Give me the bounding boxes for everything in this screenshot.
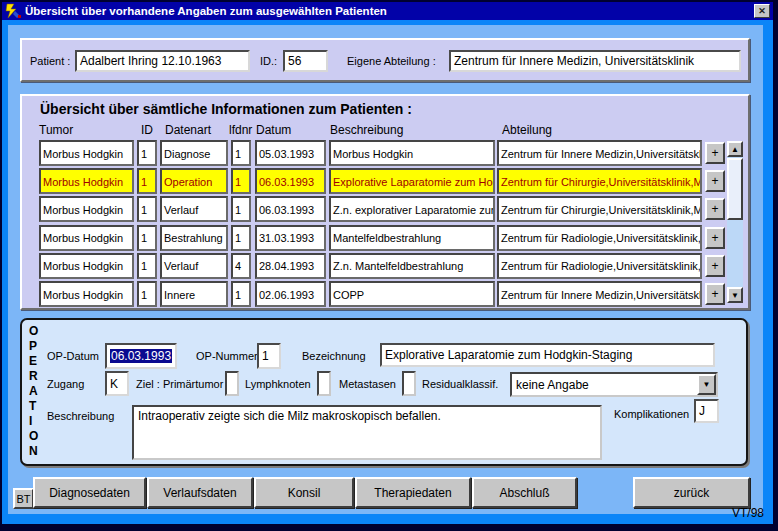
version-label: VT/98 bbox=[732, 506, 764, 520]
cell-lfdnr[interactable]: 1 bbox=[231, 140, 251, 166]
cell-datenart[interactable]: Verlauf bbox=[160, 196, 228, 222]
cell-datenart[interactable]: Bestrahlung bbox=[160, 225, 228, 251]
cell-abteilung[interactable]: Zentrum für Chirurgie,Universitätsklinik… bbox=[497, 196, 702, 222]
cell-id[interactable]: 1 bbox=[137, 281, 157, 307]
residual-label: Residualklassif. bbox=[422, 378, 498, 390]
dropdown-arrow-icon[interactable]: ▼ bbox=[697, 374, 716, 395]
lymphknoten-checkbox[interactable] bbox=[317, 371, 331, 396]
cell-beschreibung[interactable]: COPP bbox=[329, 281, 495, 307]
komplikationen-label: Komplikationen bbox=[614, 408, 689, 420]
table-row[interactable]: Morbus Hodgkin1Verlauf106.03.1993Z.n. ex… bbox=[22, 196, 748, 222]
cell-tumor[interactable]: Morbus Hodgkin bbox=[39, 196, 134, 222]
cell-abteilung[interactable]: Zentrum für Innere Medizin,Universitätsk… bbox=[497, 281, 702, 307]
column-header-datum: Datum bbox=[256, 123, 291, 137]
cell-abteilung[interactable]: Zentrum für Chirurgie,Universitätsklinik… bbox=[497, 168, 702, 194]
op-nummer-input[interactable]: 1 bbox=[257, 343, 281, 369]
komplikationen-input[interactable]: J bbox=[694, 399, 719, 423]
close-button[interactable]: ✕ bbox=[754, 4, 770, 18]
bt-button[interactable]: BT bbox=[13, 488, 34, 509]
primaertumor-checkbox[interactable] bbox=[225, 371, 239, 396]
nav-button-verlaufsdaten[interactable]: Verlaufsdaten bbox=[147, 477, 253, 508]
cell-tumor[interactable]: Morbus Hodgkin bbox=[39, 253, 134, 279]
bezeichnung-input[interactable]: Explorative Laparatomie zum Hodgkin-Stag… bbox=[380, 343, 715, 367]
metastasen-checkbox[interactable] bbox=[402, 371, 416, 396]
cell-beschreibung[interactable]: Explorative Laparatomie zum Hodgkin-Stag… bbox=[329, 168, 495, 194]
table-row[interactable]: Morbus Hodgkin1Verlauf428.04.1993Z.n. Ma… bbox=[22, 253, 748, 279]
table-row[interactable]: Morbus Hodgkin1Diagnose105.03.1993Morbus… bbox=[22, 140, 748, 166]
cell-id[interactable]: 1 bbox=[137, 225, 157, 251]
cell-abteilung[interactable]: Zentrum für Radiologie,Universitätsklini… bbox=[497, 225, 702, 251]
patient-input[interactable]: Adalbert Ihring 12.10.1963 bbox=[75, 50, 250, 72]
cell-beschreibung[interactable]: Morbus Hodgkin bbox=[329, 140, 495, 166]
operation-section-label: OPERATION bbox=[29, 324, 38, 459]
cell-lfdnr[interactable]: 1 bbox=[231, 281, 251, 307]
scroll-down-icon[interactable]: ▼ bbox=[727, 287, 743, 303]
expand-row-button[interactable]: + bbox=[705, 198, 725, 220]
patient-label: Patient : bbox=[30, 55, 70, 67]
op-datum-input[interactable]: 06.03.1993 bbox=[105, 343, 177, 369]
residual-select[interactable]: keine Angabe ▼ bbox=[510, 372, 718, 397]
expand-row-button[interactable]: + bbox=[705, 142, 725, 164]
cell-lfdnr[interactable]: 1 bbox=[231, 168, 251, 194]
cell-datenart[interactable]: Verlauf bbox=[160, 253, 228, 279]
cell-beschreibung[interactable]: Z.n. explorativer Laparatomie zum Hodgki… bbox=[329, 196, 495, 222]
nav-button-abschluß[interactable]: Abschluß bbox=[472, 477, 577, 508]
column-header-datenart: Datenart bbox=[165, 123, 211, 137]
cell-tumor[interactable]: Morbus Hodgkin bbox=[39, 140, 134, 166]
dept-label: Eigene Abteilung : bbox=[347, 55, 436, 67]
bezeichnung-label: Bezeichnung bbox=[302, 350, 366, 362]
cell-beschreibung[interactable]: Mantelfeldbestrahlung bbox=[329, 225, 495, 251]
cell-datum[interactable]: 31.03.1993 bbox=[255, 225, 326, 251]
nav-button-konsil[interactable]: Konsil bbox=[254, 477, 354, 508]
cell-datum[interactable]: 02.06.1993 bbox=[255, 281, 326, 307]
cell-datum[interactable]: 06.03.1993 bbox=[255, 168, 326, 194]
lymphknoten-label: Lymphknoten bbox=[245, 378, 311, 390]
expand-row-button[interactable]: + bbox=[705, 283, 725, 305]
cell-abteilung[interactable]: Zentrum für Innere Medizin,Universitätsk… bbox=[497, 140, 702, 166]
table-row[interactable]: Morbus Hodgkin1Operation106.03.1993Explo… bbox=[22, 168, 748, 194]
expand-row-button[interactable]: + bbox=[705, 227, 725, 249]
cell-id[interactable]: 1 bbox=[137, 196, 157, 222]
patient-info-panel: Patient : Adalbert Ihring 12.10.1963 ID.… bbox=[20, 38, 750, 82]
cell-datum[interactable]: 28.04.1993 bbox=[255, 253, 326, 279]
cell-tumor[interactable]: Morbus Hodgkin bbox=[39, 225, 134, 251]
scroll-thumb[interactable] bbox=[727, 158, 743, 220]
table-scrollbar[interactable]: ▲ ▼ bbox=[727, 141, 743, 303]
operation-panel: OPERATION OP-Datum 06.03.1993 OP-Nummer … bbox=[20, 318, 748, 466]
cell-abteilung[interactable]: Zentrum für Radiologie,Universitätsklini… bbox=[497, 253, 702, 279]
nav-button-therapiedaten[interactable]: Therapiedaten bbox=[355, 477, 471, 508]
cell-lfdnr[interactable]: 4 bbox=[231, 253, 251, 279]
table-row[interactable]: Morbus Hodgkin1Bestrahlung131.03.1993Man… bbox=[22, 225, 748, 251]
cell-id[interactable]: 1 bbox=[137, 168, 157, 194]
cell-id[interactable]: 1 bbox=[137, 140, 157, 166]
beschreibung-label: Beschreibung bbox=[47, 410, 114, 422]
cell-datenart[interactable]: Innere bbox=[160, 281, 228, 307]
patient-id-input[interactable]: 56 bbox=[283, 50, 328, 72]
cell-datenart[interactable]: Diagnose bbox=[160, 140, 228, 166]
table-row[interactable]: Morbus Hodgkin1Innere102.06.1993COPPZent… bbox=[22, 281, 748, 307]
column-header-lfdnr: lfdnr bbox=[229, 123, 252, 137]
zugang-input[interactable]: K bbox=[105, 371, 129, 396]
cell-lfdnr[interactable]: 1 bbox=[231, 225, 251, 251]
cell-id[interactable]: 1 bbox=[137, 253, 157, 279]
overview-panel: Übersicht über sämtliche Informationen z… bbox=[20, 94, 750, 310]
expand-row-button[interactable]: + bbox=[705, 255, 725, 277]
expand-row-button[interactable]: + bbox=[705, 170, 725, 192]
cell-lfdnr[interactable]: 1 bbox=[231, 196, 251, 222]
op-nummer-label: OP-Nummer bbox=[196, 350, 258, 362]
cell-tumor[interactable]: Morbus Hodgkin bbox=[39, 281, 134, 307]
cell-beschreibung[interactable]: Z.n. Mantelfeldbestrahlung bbox=[329, 253, 495, 279]
column-header-abteilung: Abteilung bbox=[502, 123, 552, 137]
nav-button-diagnosedaten[interactable]: Diagnosedaten bbox=[33, 477, 146, 508]
zurueck-button[interactable]: zurück bbox=[633, 477, 750, 508]
cell-datum[interactable]: 05.03.1993 bbox=[255, 140, 326, 166]
dept-input[interactable]: Zentrum für Innere Medizin, Universitäts… bbox=[449, 50, 741, 72]
cell-datum[interactable]: 06.03.1993 bbox=[255, 196, 326, 222]
ziel-primaertumor-label: Ziel : Primärtumor bbox=[136, 378, 223, 390]
client-area: Patient : Adalbert Ihring 12.10.1963 ID.… bbox=[8, 25, 763, 514]
scroll-up-icon[interactable]: ▲ bbox=[727, 141, 743, 157]
cell-datenart[interactable]: Operation bbox=[160, 168, 228, 194]
beschreibung-textarea[interactable]: Intraoperativ zeigte sich die Milz makro… bbox=[132, 405, 602, 460]
cell-tumor[interactable]: Morbus Hodgkin bbox=[39, 168, 134, 194]
patient-id-label: ID.: bbox=[260, 55, 277, 67]
